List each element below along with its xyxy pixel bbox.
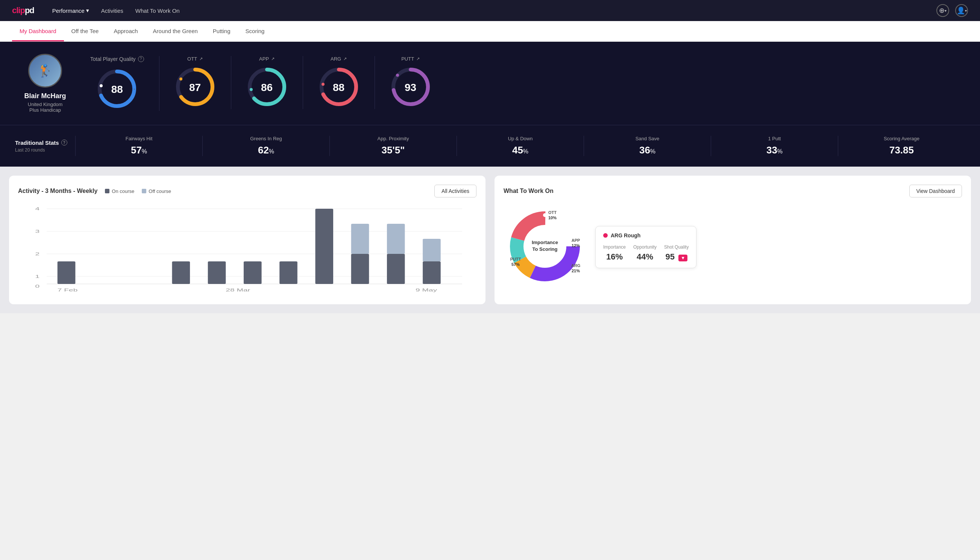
tab-scoring[interactable]: Scoring — [238, 21, 272, 42]
svg-rect-33 — [351, 224, 369, 254]
svg-text:21%: 21% — [572, 268, 580, 273]
svg-text:Importance: Importance — [532, 240, 558, 245]
svg-text:12%: 12% — [572, 243, 580, 248]
activity-card: Activity - 3 Months - Weekly On course O… — [9, 176, 486, 304]
svg-rect-29 — [244, 262, 262, 284]
tab-off-the-tee[interactable]: Off the Tee — [64, 21, 106, 42]
svg-rect-30 — [280, 262, 298, 284]
donut-svg: Importance To Scoring PUTT 57% OTT 10% A… — [504, 205, 586, 288]
tabs-bar: My Dashboard Off the Tee Approach Around… — [0, 21, 980, 42]
detail-shot-quality: Shot Quality 95 ▼ — [664, 245, 689, 262]
gauge-putt-label: PUTT ↗ — [401, 56, 420, 62]
stat-scoring-average: Scoring Average 73.85 — [838, 136, 965, 156]
svg-text:57%: 57% — [511, 262, 520, 267]
player-info: 🏌️ Blair McHarg United Kingdom Plus Hand… — [15, 54, 75, 113]
detail-indicator-dot — [603, 233, 608, 238]
svg-point-12 — [321, 83, 324, 86]
nav-activities[interactable]: Activities — [101, 8, 123, 14]
work-on-header: What To Work On View Dashboard — [504, 185, 962, 197]
svg-text:7 Feb: 7 Feb — [58, 288, 78, 292]
ott-trend-icon: ↗ — [199, 57, 203, 61]
work-on-card: What To Work On View Dashboard — [494, 176, 971, 304]
svg-point-15 — [396, 74, 399, 77]
work-on-title: What To Work On — [504, 188, 554, 195]
bottom-section: Activity - 3 Months - Weekly On course O… — [0, 167, 980, 313]
total-quality-gauge: 88 — [96, 68, 138, 111]
top-navigation: clippd Performance ▾ Activities What To … — [0, 0, 980, 21]
svg-point-3 — [100, 84, 103, 87]
avatar: 🏌️ — [28, 54, 62, 88]
logo[interactable]: clippd — [12, 6, 34, 15]
app-value: 86 — [261, 82, 273, 93]
svg-point-45 — [543, 213, 547, 217]
stat-greens-in-reg: Greens In Reg 62% — [202, 136, 329, 156]
svg-text:APP: APP — [572, 238, 580, 243]
svg-text:ARG: ARG — [571, 263, 580, 268]
svg-text:10%: 10% — [548, 215, 557, 220]
tab-approach[interactable]: Approach — [106, 21, 145, 42]
activity-card-title: Activity - 3 Months - Weekly — [18, 188, 97, 195]
nav-performance[interactable]: Performance ▾ — [52, 7, 89, 14]
svg-text:1: 1 — [35, 274, 40, 279]
info-icon[interactable]: ? — [138, 56, 144, 62]
score-gauges: OTT ↗ 87 APP — [160, 56, 965, 109]
on-course-dot — [105, 189, 110, 193]
gauge-putt: PUTT ↗ 93 — [375, 56, 446, 109]
svg-rect-36 — [423, 262, 441, 284]
stat-1-putt: 1 Putt 33% — [711, 136, 838, 156]
nav-right-area: ⊕ ▾ 👤 ▾ — [937, 4, 968, 17]
scores-area: Total Player Quality ? 88 — [90, 56, 965, 111]
gauge-arg-label: ARG ↗ — [331, 56, 347, 62]
user-profile-button[interactable]: 👤 ▾ — [955, 4, 968, 17]
work-on-detail-card: ARG Rough Importance 16% Opportunity 44%… — [595, 226, 696, 268]
tab-my-dashboard[interactable]: My Dashboard — [12, 21, 64, 42]
total-quality-label: Total Player Quality ? — [90, 56, 144, 62]
gauge-app-label: APP ↗ — [259, 56, 275, 62]
tab-putting[interactable]: Putting — [205, 21, 238, 42]
legend-on-course: On course — [105, 188, 134, 194]
stat-up-and-down: Up & Down 45% — [456, 136, 584, 156]
all-activities-button[interactable]: All Activities — [434, 185, 476, 197]
total-quality-value: 88 — [111, 83, 123, 95]
dropdown-chevron: ▾ — [86, 7, 89, 14]
stats-info-icon[interactable]: ? — [61, 140, 67, 145]
svg-text:PUTT: PUTT — [510, 257, 521, 262]
detail-title: ARG Rough — [611, 232, 641, 238]
gauge-arg: ARG ↗ 88 — [303, 56, 375, 109]
arg-trend-icon: ↗ — [343, 57, 347, 61]
svg-rect-26 — [58, 262, 76, 284]
gauge-ott: OTT ↗ 87 — [160, 56, 231, 109]
putt-value: 93 — [404, 82, 416, 93]
shot-quality-badge: ▼ — [679, 255, 687, 262]
svg-rect-32 — [351, 254, 369, 284]
total-player-quality: Total Player Quality ? 88 — [90, 56, 160, 111]
svg-rect-27 — [172, 262, 190, 284]
chevron-down-icon-2: ▾ — [965, 8, 967, 13]
add-button[interactable]: ⊕ ▾ — [937, 4, 949, 17]
stats-title: Traditional Stats ? — [15, 140, 75, 146]
svg-text:2: 2 — [35, 252, 40, 256]
stat-sand-save: Sand Save 36% — [584, 136, 711, 156]
svg-text:3: 3 — [35, 229, 40, 233]
detail-importance: Importance 16% — [603, 245, 626, 262]
svg-rect-37 — [423, 239, 441, 262]
svg-text:OTT: OTT — [548, 210, 557, 215]
nav-what-to-work-on[interactable]: What To Work On — [135, 8, 180, 14]
svg-text:4: 4 — [35, 207, 40, 211]
svg-text:28 Mar: 28 Mar — [226, 288, 250, 292]
svg-rect-35 — [387, 224, 405, 254]
stats-row: Traditional Stats ? Last 20 rounds Fairw… — [0, 125, 980, 167]
tab-around-the-green[interactable]: Around the Green — [146, 21, 205, 42]
svg-rect-31 — [315, 209, 333, 284]
chevron-down-icon: ▾ — [945, 8, 947, 13]
chart-svg: 4 3 2 1 0 — [18, 205, 476, 295]
svg-text:9 May: 9 May — [416, 288, 438, 292]
detail-header: ARG Rough — [603, 232, 689, 238]
activity-legend: On course Off course — [105, 188, 171, 194]
app-trend-icon: ↗ — [271, 57, 275, 61]
gauge-app: APP ↗ 86 — [231, 56, 303, 109]
detail-opportunity: Opportunity 44% — [633, 245, 657, 262]
stat-app-proximity: App. Proximity 35'5" — [329, 136, 456, 156]
view-dashboard-button[interactable]: View Dashboard — [909, 185, 962, 197]
stats-subtitle: Last 20 rounds — [15, 147, 75, 153]
